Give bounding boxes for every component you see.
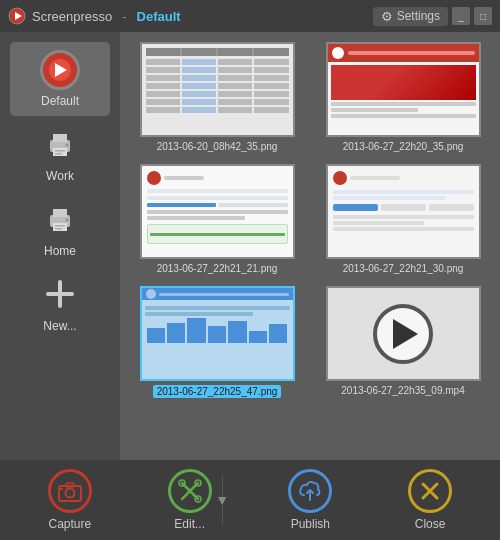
gallery-item-6[interactable]: 2013-06-27_22h35_09.mp4 xyxy=(316,286,490,398)
printer-home-icon xyxy=(44,203,76,242)
form-field xyxy=(147,196,288,200)
title-bar-right: ⚙ Settings _ □ xyxy=(373,7,492,26)
form-success-bar xyxy=(150,233,285,236)
gallery-label-5: 2013-06-27_22h25_47.png xyxy=(153,385,282,398)
sidebar-item-work-label: Work xyxy=(46,169,74,183)
blog-line xyxy=(331,102,476,106)
page-line xyxy=(333,196,446,200)
title-bar: Screenpresso - Default ⚙ Settings _ □ xyxy=(0,0,500,32)
blue-logo-text xyxy=(159,293,289,296)
edit-group: Edit... ▼ xyxy=(158,463,223,537)
svg-rect-4 xyxy=(53,148,67,156)
sidebar-item-home[interactable]: Home xyxy=(10,195,110,266)
svg-rect-12 xyxy=(55,228,62,230)
publish-button[interactable]: Publish xyxy=(278,463,342,537)
settings-button[interactable]: ⚙ Settings xyxy=(373,7,448,26)
printer-work-icon xyxy=(44,128,76,167)
wrench-scissors-icon xyxy=(177,478,203,504)
upload-cloud-icon xyxy=(297,479,323,503)
gallery-thumb-1 xyxy=(140,42,295,137)
blue-content xyxy=(142,303,293,346)
page-line xyxy=(333,215,474,219)
minimize-icon: _ xyxy=(458,11,464,22)
gallery-item-1[interactable]: 2013-06-20_08h42_35.png xyxy=(130,42,304,152)
thumb-content-1 xyxy=(142,44,293,135)
svg-point-17 xyxy=(65,489,74,498)
maximize-button[interactable]: □ xyxy=(474,7,492,25)
plus-icon xyxy=(44,278,76,317)
gallery-item-2[interactable]: 2013-06-27_22h20_35.png xyxy=(316,42,490,152)
svg-rect-5 xyxy=(55,150,65,152)
gallery-thumb-3 xyxy=(140,164,295,259)
gallery-thumb-5 xyxy=(140,286,295,381)
thumb-content-4 xyxy=(328,166,479,257)
chart-bar xyxy=(187,318,205,343)
gallery-thumb-2 xyxy=(326,42,481,137)
form-logo-row xyxy=(147,171,288,185)
dropdown-arrow-icon[interactable]: ▼ xyxy=(215,492,229,508)
close-icon-circle xyxy=(408,469,452,513)
form-line xyxy=(147,210,288,214)
sidebar-item-work[interactable]: Work xyxy=(10,120,110,191)
video-play-circle xyxy=(373,304,433,364)
blue-line xyxy=(145,312,254,316)
form-row xyxy=(147,203,288,207)
form-field-sm xyxy=(219,203,288,207)
maximize-icon: □ xyxy=(480,11,486,22)
page-line-short xyxy=(333,221,425,225)
minimize-button[interactable]: _ xyxy=(452,7,470,25)
close-label: Close xyxy=(415,517,446,531)
table-row xyxy=(146,75,289,81)
camera-icon xyxy=(57,480,83,502)
app-icon xyxy=(8,7,26,25)
thumb-content-6 xyxy=(328,288,479,379)
page-logo-circle xyxy=(333,171,347,185)
app-name: Screenpresso xyxy=(32,9,112,24)
svg-point-7 xyxy=(66,144,69,147)
page-btn-blue xyxy=(333,204,378,211)
toolbar: Capture Edit... ▼ xyxy=(0,460,500,540)
svg-rect-19 xyxy=(60,488,63,490)
page-logo-text xyxy=(350,176,400,180)
gallery-item-4[interactable]: 2013-06-27_22h21_30.png xyxy=(316,164,490,274)
blue-header-bar xyxy=(142,288,293,300)
thumb-header xyxy=(146,48,289,56)
settings-label: Settings xyxy=(397,9,440,23)
sidebar: Default Work xyxy=(0,32,120,460)
x-close-icon xyxy=(417,478,443,504)
gallery-label-1: 2013-06-20_08h42_35.png xyxy=(157,141,278,152)
svg-rect-6 xyxy=(55,153,62,155)
svg-rect-9 xyxy=(53,209,67,217)
edit-button[interactable]: Edit... xyxy=(158,463,222,537)
table-row xyxy=(146,107,289,113)
capture-button[interactable]: Capture xyxy=(38,463,102,537)
page-btn-gray2 xyxy=(429,204,474,211)
play-triangle-icon xyxy=(55,63,67,77)
page-btn-row xyxy=(333,204,474,211)
gallery-thumb-4 xyxy=(326,164,481,259)
gallery-thumb-6 xyxy=(326,286,481,381)
table-row xyxy=(146,83,289,89)
gallery-item-5[interactable]: 2013-06-27_22h25_47.png xyxy=(130,286,304,398)
thumb-content-3 xyxy=(142,166,293,257)
form-field xyxy=(147,189,288,193)
title-separator: - xyxy=(122,9,126,24)
sidebar-item-new[interactable]: New... xyxy=(10,270,110,341)
gallery-label-2: 2013-06-27_22h20_35.png xyxy=(343,141,464,152)
blog-image xyxy=(331,65,476,100)
gallery-item-3[interactable]: 2013-06-27_22h21_21.png xyxy=(130,164,304,274)
chart-bar xyxy=(147,328,165,343)
form-logo-circle xyxy=(147,171,161,185)
sidebar-item-new-label: New... xyxy=(43,319,76,333)
page-line xyxy=(333,227,474,231)
chart-bar xyxy=(228,321,246,344)
sidebar-item-home-label: Home xyxy=(44,244,76,258)
form-btn-blue xyxy=(147,203,216,207)
publish-icon-circle xyxy=(288,469,332,513)
svg-point-13 xyxy=(66,219,69,222)
blog-content xyxy=(328,62,479,123)
sidebar-item-default[interactable]: Default xyxy=(10,42,110,116)
close-button[interactable]: Close xyxy=(398,463,462,537)
gallery-label-3: 2013-06-27_22h21_21.png xyxy=(157,263,278,274)
title-profile: Default xyxy=(137,9,181,24)
